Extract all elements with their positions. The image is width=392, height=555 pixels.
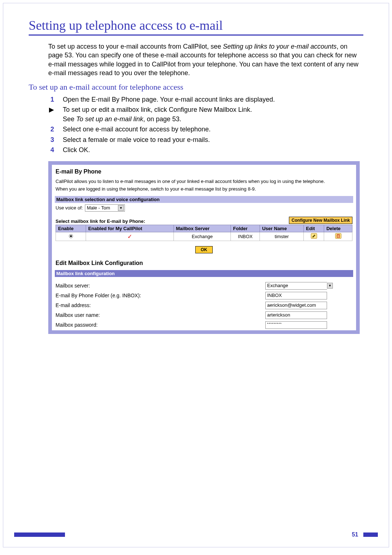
- mailbox-server-value: Exchange: [265, 282, 327, 290]
- folder-input[interactable]: INBOX: [265, 292, 327, 299]
- intro-pre: To set up access to your e-mail accounts…: [48, 43, 223, 50]
- bullet-arrow-icon: ▶: [48, 105, 54, 124]
- trash-icon[interactable]: [335, 234, 342, 240]
- footer-bar-left: [14, 532, 65, 537]
- step-text: Select a female or male voice to read yo…: [63, 135, 210, 144]
- configure-new-mailbox-button[interactable]: Configure New Mailbox Link: [289, 217, 352, 224]
- steps-list: 1 Open the E-mail By Phone page. Your e-…: [48, 95, 363, 155]
- select-mailbox-label: Select mailbox link for E-mail by Phone:: [56, 219, 145, 224]
- email-by-phone-heading: E-mail By Phone: [56, 168, 352, 175]
- mailbox-link-selection-header: Mailbox link selection and voice configu…: [55, 196, 353, 203]
- table-row: ✓ Exchange INBOX timster: [56, 232, 352, 241]
- mailbox-server-dropdown[interactable]: Exchange ▼: [265, 282, 352, 290]
- intro-link-text: Setting up links to your e-mail accounts: [223, 43, 336, 50]
- enable-radio[interactable]: [69, 234, 73, 238]
- chevron-down-icon[interactable]: ▼: [327, 283, 333, 289]
- mailbox-username-label: Mailbox user name:: [56, 312, 258, 318]
- step-item: ▶ To set up or edit a mailbox link, clic…: [48, 105, 363, 124]
- email-address-input[interactable]: aerickson@widget.com: [265, 302, 327, 309]
- step-number: 1: [48, 95, 54, 104]
- ok-button[interactable]: OK: [195, 246, 213, 253]
- step-text: To set up or edit a mailbox link, click …: [63, 105, 252, 124]
- page-title: Setting up telephone access to e-mail: [29, 18, 363, 33]
- page-number: 51: [352, 531, 358, 538]
- step-number: 2: [48, 125, 54, 134]
- help-text-2: When you are logged in using the telepho…: [56, 186, 352, 192]
- mailbox-link-config-header: Mailbox link configuration: [55, 270, 353, 277]
- step-number: 4: [48, 145, 54, 155]
- edit-mailbox-heading: Edit Mailbox Link Configuration: [56, 260, 352, 266]
- cell-server: Exchange: [173, 232, 231, 241]
- step-item: 2 Select one e-mail account for access b…: [48, 125, 363, 134]
- step-link-text: To set up an e-mail link: [76, 115, 143, 123]
- step-text-post: , on page 53.: [143, 115, 181, 123]
- col-enabled-callpilot: Enabled for My CallPilot: [86, 225, 174, 232]
- col-enable: Enable: [56, 225, 86, 232]
- voice-row: Use voice of: Male - Tom ▼: [56, 204, 352, 212]
- help-text-1: CallPilot allows you to listen to e-mail…: [56, 179, 352, 185]
- mailbox-password-label: Mailbox password:: [56, 322, 258, 328]
- step-text: Select one e-mail account for access by …: [63, 125, 211, 134]
- email-by-phone-panel: E-mail By Phone CallPilot allows you to …: [48, 161, 360, 334]
- step-text: Click OK.: [63, 145, 90, 155]
- voice-label: Use voice of:: [56, 205, 83, 211]
- cell-user: timster: [260, 232, 304, 241]
- edit-icon[interactable]: [311, 234, 317, 240]
- mailbox-table: Enable Enabled for My CallPilot Mailbox …: [56, 225, 352, 241]
- step-number: 3: [48, 135, 54, 144]
- mailbox-username-input[interactable]: arterickson: [265, 311, 327, 319]
- cell-folder: INBOX: [231, 232, 260, 241]
- check-icon: ✓: [127, 233, 132, 240]
- mailbox-server-label: Mailbox server:: [56, 283, 258, 289]
- mailbox-config-form: Mailbox server: Exchange ▼ E-mail By Pho…: [56, 282, 352, 329]
- footer-bar-right: [363, 532, 378, 537]
- mailbox-password-input[interactable]: *********: [265, 321, 327, 329]
- folder-label: E-mail By Phone Folder (e.g. INBOX):: [56, 293, 258, 298]
- section-subheading: To set up an e-mail account for telephon…: [29, 82, 363, 92]
- intro-paragraph: To set up access to your e-mail accounts…: [48, 42, 360, 77]
- col-user-name: User Name: [260, 225, 304, 232]
- step-item: 1 Open the E-mail By Phone page. Your e-…: [48, 95, 363, 104]
- step-text: Open the E-mail By Phone page. Your e-ma…: [63, 95, 275, 104]
- voice-dropdown[interactable]: Male - Tom ▼: [85, 204, 125, 212]
- col-edit: Edit: [304, 225, 324, 232]
- chevron-down-icon[interactable]: ▼: [118, 205, 124, 211]
- page-footer: 51: [3, 531, 389, 538]
- step-item: 4 Click OK.: [48, 145, 363, 155]
- step-item: 3 Select a female or male voice to read …: [48, 135, 363, 144]
- col-delete: Delete: [324, 225, 352, 232]
- col-mailbox-server: Mailbox Server: [173, 225, 231, 232]
- email-address-label: E-mail address:: [56, 302, 258, 308]
- col-folder: Folder: [231, 225, 260, 232]
- title-rule: [29, 34, 363, 36]
- voice-value: Male - Tom: [87, 205, 110, 211]
